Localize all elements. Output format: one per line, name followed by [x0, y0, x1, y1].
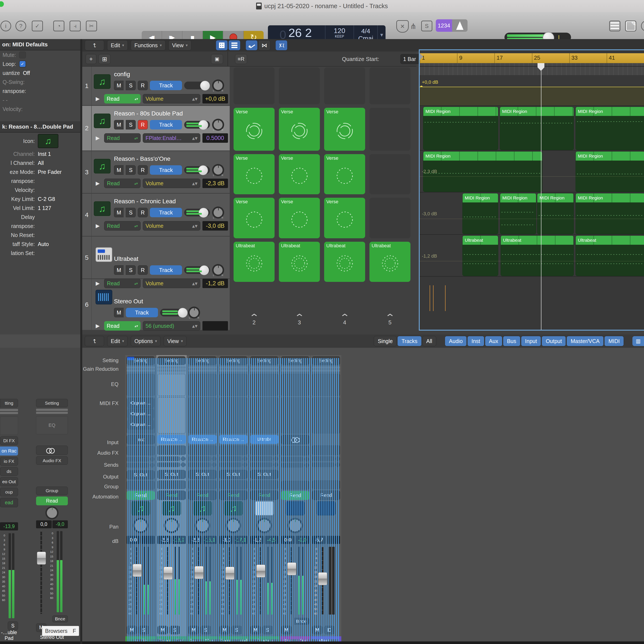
pan-knob[interactable]: LR: [212, 164, 224, 176]
filter-tracks[interactable]: Tracks: [397, 336, 421, 346]
inspector-row[interactable]: Delay ✓ ▴▾: [0, 213, 80, 222]
inspector-row[interactable]: lation Set: ✓ ▴▾: [0, 249, 80, 258]
menu-functions[interactable]: Functions▾: [131, 40, 165, 50]
automation-param-select[interactable]: Volume▴▾: [143, 179, 200, 188]
inspector-row[interactable]: Velocity: ✓ ▴▾: [0, 185, 80, 194]
automation-value[interactable]: -3,0 dB: [202, 221, 228, 231]
inspector-row[interactable]: No Reset: ✓ ▴▾: [0, 231, 80, 240]
automation-line[interactable]: [420, 176, 644, 177]
midi-fx-slot[interactable]: DI FX: [0, 436, 18, 445]
loop-cell[interactable]: [369, 108, 410, 151]
record-enable-button[interactable]: R: [138, 120, 148, 129]
fader-cap[interactable]: [37, 552, 46, 565]
filter-type-button[interactable]: Master/VCA: [567, 336, 604, 346]
record-enable-button[interactable]: R: [138, 165, 148, 175]
fader-cap[interactable]: [287, 562, 296, 575]
filter-type-button[interactable]: Inst: [467, 336, 484, 346]
no-input-monitoring-icon[interactable]: ✕: [396, 20, 409, 33]
inspector-row[interactable]: Mute: ✓ ▴▾: [0, 50, 80, 59]
filter-type-button[interactable]: Audio: [445, 336, 467, 346]
automation-mode-select[interactable]: Read▴▾: [104, 94, 141, 103]
automation-value[interactable]: 0.5000: [202, 133, 228, 143]
add-track-button[interactable]: +: [86, 54, 96, 64]
automation-mode-button[interactable]: Read: [36, 497, 68, 505]
filter-icon[interactable]: ▥: [632, 336, 644, 346]
disclosure-triangle[interactable]: ▶: [93, 135, 102, 141]
track-volume-slider[interactable]: [184, 166, 210, 174]
automation-param-select[interactable]: 56 (unused)▴▾: [143, 321, 200, 331]
solo-button[interactable]: S: [8, 621, 18, 630]
automation-param-select[interactable]: Volume▴▾: [143, 221, 200, 231]
automation-mode-button[interactable]: ead: [0, 498, 18, 507]
play-from-marker[interactable]: [420, 53, 423, 60]
track-row[interactable]: 2 Reason - 80s Double Pad MS R Track LR: [82, 106, 230, 151]
loop-cell[interactable]: [369, 198, 410, 238]
scissors-icon[interactable]: ✂: [86, 21, 97, 31]
loop-cell[interactable]: [324, 67, 365, 104]
track-mode-button[interactable]: Track: [150, 208, 182, 217]
pan-knob[interactable]: LR: [212, 264, 224, 276]
loop-cell[interactable]: [369, 154, 410, 194]
bar-ruler[interactable]: 1917253341: [420, 53, 644, 63]
flex-toggle[interactable]: ⋈: [258, 40, 270, 50]
scene-chevron-icon[interactable]: [387, 314, 393, 317]
fader[interactable]: 0 3 6 9 12 15 18 21 24 30 35 40 45 50 60: [312, 545, 340, 616]
midi-region[interactable]: MIDI Region: [462, 193, 498, 234]
mute-button[interactable]: M: [114, 265, 124, 275]
track-name[interactable]: Reason - 80s Double Pad: [114, 110, 228, 117]
live-loops-grid-toggle[interactable]: [216, 40, 228, 50]
automation-line[interactable]: [420, 261, 644, 261]
solo-button[interactable]: S: [126, 165, 136, 175]
lane-lead[interactable]: MIDI Region MIDI Region MIDI Region MIDI…: [420, 193, 644, 235]
loop-cell[interactable]: Ultrabeat: [234, 242, 275, 282]
compose-icon[interactable]: [625, 21, 636, 31]
inspector-row[interactable]: uantize ✓ Off ▴▾: [0, 68, 80, 77]
scene-column-footer[interactable]: 4: [323, 314, 366, 326]
track-volume-slider[interactable]: [184, 266, 210, 274]
pan-knob[interactable]: LR: [188, 307, 200, 319]
filter-single[interactable]: Single: [374, 336, 397, 346]
filter-type-button[interactable]: Output: [542, 336, 566, 346]
inspector-value[interactable]: Inst 1: [38, 151, 51, 157]
fader-cap[interactable]: [256, 565, 265, 577]
mixer-menu-options[interactable]: Options▾: [131, 336, 161, 346]
inspector-row[interactable]: taff Style: ✓ Auto ▴▾: [0, 240, 80, 249]
track-inspector-header[interactable]: k: Reason - 8…Double Pad: [0, 121, 80, 133]
loop-cell[interactable]: [234, 67, 275, 104]
inspector-row[interactable]: ranspose: ✓ ▴▾: [0, 87, 80, 96]
automation-param-select[interactable]: FPlate:Enabl…▴▾: [143, 133, 200, 143]
track-mode-button[interactable]: Track: [150, 81, 182, 90]
eq-display[interactable]: EQ: [36, 416, 68, 434]
loop-cell[interactable]: Verse: [324, 198, 365, 238]
midi-region[interactable]: MIDI Region: [576, 193, 644, 234]
mute-button[interactable]: M: [114, 81, 124, 90]
fader-cap[interactable]: [318, 572, 327, 585]
automation-mode-select[interactable]: Read▴▾: [104, 221, 141, 231]
inspector-row[interactable]: ranspose: ✓ ▴▾: [0, 176, 80, 185]
pan-knob[interactable]: LR: [212, 79, 224, 91]
metronome-icon[interactable]: [452, 19, 468, 32]
output-slot[interactable]: eo Out: [0, 477, 18, 486]
solo-button[interactable]: S: [126, 265, 136, 275]
inspector-value[interactable]: Pre Fader: [38, 169, 62, 175]
channel-strip[interactable]: Setting Read: [311, 355, 341, 644]
tuner-icon[interactable]: ⋔: [410, 20, 416, 33]
loop-cell[interactable]: Verse: [324, 108, 365, 151]
traffic-light-green[interactable]: [0, 1, 4, 7]
inspector-value[interactable]: 1 127: [38, 205, 51, 211]
scene-column-footer[interactable]: 5: [369, 314, 411, 326]
track-volume-slider[interactable]: [184, 209, 210, 216]
fader-cap[interactable]: [194, 566, 204, 579]
record-enable-button[interactable]: R: [138, 265, 148, 275]
solo-icon[interactable]: S: [421, 21, 432, 31]
disclosure-triangle[interactable]: ▶: [93, 180, 102, 186]
count-in-button[interactable]: 1234: [436, 19, 452, 32]
group-slot[interactable]: Group: [36, 487, 68, 495]
input-slot[interactable]: on Rac: [0, 447, 18, 456]
automation-value[interactable]: -2,3 dB: [202, 179, 228, 188]
back-arrow-icon[interactable]: ↩: [85, 40, 104, 50]
loop-cell[interactable]: Verse: [324, 154, 365, 194]
mute-button[interactable]: M: [114, 208, 124, 217]
loop-cell[interactable]: Verse: [279, 108, 320, 151]
midi-region[interactable]: MIDI Region: [537, 193, 574, 234]
